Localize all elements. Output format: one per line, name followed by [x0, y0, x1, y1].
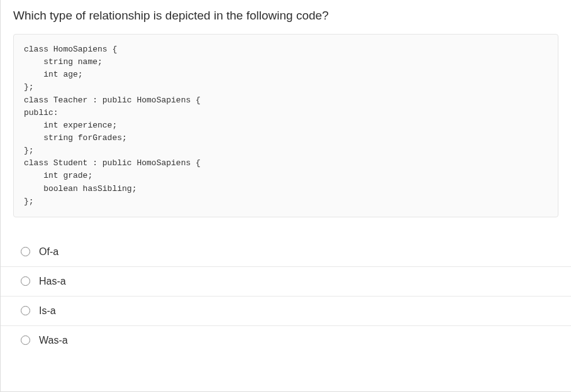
options-block: Of-a Has-a Is-a Was-a — [1, 237, 571, 355]
question-container: Which type of relationship is depicted i… — [0, 0, 571, 392]
question-title: Which type of relationship is depicted i… — [1, 0, 571, 34]
option-label: Was-a — [39, 335, 68, 346]
option-label: Has-a — [39, 276, 66, 287]
option-was-a[interactable]: Was-a — [1, 325, 571, 355]
radio-icon — [21, 335, 30, 345]
option-has-a[interactable]: Has-a — [1, 266, 571, 296]
option-is-a[interactable]: Is-a — [1, 296, 571, 325]
radio-icon — [21, 247, 30, 256]
code-block: class HomoSapiens { string name; int age… — [13, 34, 558, 217]
radio-icon — [21, 306, 30, 315]
option-label: Of-a — [39, 246, 58, 258]
option-of-a[interactable]: Of-a — [1, 237, 571, 266]
radio-icon — [21, 276, 30, 286]
option-label: Is-a — [39, 305, 56, 317]
